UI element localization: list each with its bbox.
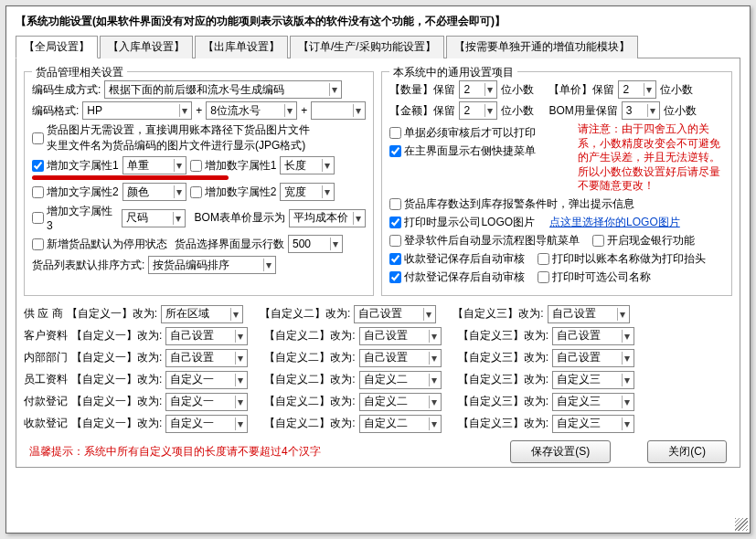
enc-fmt-b[interactable]: 8位流水号▾ [206,101,297,120]
custom-c1-label: 【自定义一】改为: [71,416,162,431]
custom-c3-select[interactable]: 自己设置▾ [552,327,634,345]
bom-price-select[interactable]: 平均成本价▾ [289,209,366,227]
custom-row: 收款登记【自定义一】改为:自定义一▾【自定义二】改为:自定义二▾【自定义三】改为… [24,415,732,433]
custom-c3-select[interactable]: 自己设置▾ [552,349,634,367]
custom-c1-select[interactable]: 所在区域▾ [161,305,243,323]
custom-c3-select[interactable]: 自定义三▾ [552,415,634,433]
list-rows-select[interactable]: 500▾ [288,235,343,253]
custom-c1-label: 【自定义一】改为: [71,372,162,387]
chk-print-company[interactable]: 打印时可选公司名称 [538,270,651,285]
custom-c3-label: 【自定义三】改为: [458,328,548,343]
attr2-select[interactable]: 颜色▾ [122,183,186,201]
custom-c2-label: 【自定义二】改为: [264,372,355,387]
custom-c3-label: 【自定义三】改为: [458,416,548,431]
price-select[interactable]: 2▾ [618,80,656,99]
custom-row: 客户资料【自定义一】改为:自己设置▾【自定义二】改为:自己设置▾【自定义三】改为… [24,327,732,345]
enc-fmt-c[interactable]: ▾ [311,101,366,120]
tab-addon[interactable]: 【按需要单独开通的增值功能模块】 [446,36,638,58]
custom-c2-label: 【自定义二】改为: [264,328,355,343]
footer-hint: 温馨提示：系统中所有自定义项目的长度请不要超过4个汉字 [29,444,321,460]
chk-img-note[interactable]: 货品图片无需设置，直接调用账本路径下货品图片文件 夹里文件名为货品编码的图片文件… [32,122,310,153]
custom-c2-select[interactable]: 自己设置▾ [359,349,442,367]
custom-c2-label: 【自定义二】改为: [264,394,355,409]
attr3-select[interactable]: 尺码▾ [122,209,186,227]
custom-c3-label: 【自定义三】改为: [458,372,548,387]
custom-c1-select[interactable]: 自定义一▾ [165,371,248,389]
custom-c3-select[interactable]: 自己设置▾ [548,305,630,323]
highlight-underline [32,175,229,180]
chk-print-head[interactable]: 打印时以账本名称做为打印抬头 [538,251,706,267]
custom-row: 员工资料【自定义一】改为:自定义一▾【自定义二】改为:自定义二▾【自定义三】改为… [24,371,732,389]
price-label: 【单价】保留 [548,82,614,98]
chk-logo[interactable]: 打印时显示公司LOGO图片 [389,215,535,230]
chk-audit[interactable]: 单据必须审核后才可以打印 [389,125,536,141]
chk-new-stop[interactable]: 新增货品默认为停用状态 [32,237,167,252]
custom-grid: 供 应 商【自定义一】改为:所在区域▾【自定义二】改为:自己设置▾【自定义三】改… [24,305,732,433]
attr1-select[interactable]: 单重▾ [122,156,186,174]
chk-attr1[interactable]: 增加文字属性1 [32,158,119,174]
custom-c2-select[interactable]: 自定义二▾ [359,393,442,411]
chevron-down-icon: ▾ [329,83,339,96]
custom-c1-select[interactable]: 自定义一▾ [165,393,248,411]
custom-row-label: 员工资料 [24,372,68,387]
enc-gen-select[interactable]: 根据下面的前后缀和流水号生成编码▾ [104,80,342,99]
numattr2-select[interactable]: 宽度▾ [280,183,335,201]
custom-row-label: 客户资料 [24,328,68,343]
decimal-warning: 请注意：由于四舍五入的关系，小数精度改变会不可避免的产生误差，并且无法逆转。所以… [578,122,724,194]
custom-row-label: 供 应 商 [24,306,63,322]
chk-numattr1[interactable]: 增加数字属性1 [190,158,277,174]
window-title: 【系统功能设置(如果软件界面没有对应的功能项则表示该版本的软件没有这个功能，不必… [16,14,740,29]
custom-c3-label: 【自定义三】改为: [458,350,548,365]
custom-c1-label: 【自定义一】改为: [71,394,162,409]
custom-c3-label: 【自定义三】改为: [453,306,543,322]
tab-order[interactable]: 【订单/生产/采购功能设置】 [290,36,444,58]
custom-c2-label: 【自定义二】改为: [260,306,350,322]
enc-fmt-label: 编码格式: [32,103,79,119]
sort-select[interactable]: 按货品编码排序▾ [148,256,276,274]
tab-global[interactable]: 【全局设置】 [16,36,98,58]
enc-fmt-a[interactable]: HP▾ [82,101,192,120]
tab-outbound[interactable]: 【出库单设置】 [195,36,288,58]
chk-numattr2[interactable]: 增加数字属性2 [190,185,277,200]
custom-c1-select[interactable]: 自己设置▾ [165,349,248,367]
chk-stock-alert[interactable]: 货品库存数达到库存报警条件时，弹出提示信息 [389,196,634,212]
bomqty-select[interactable]: 3▾ [622,101,660,120]
group-common: 本系统中的通用设置项目 【数量】保留 2▾ 位小数 【单价】保留 2▾ 位小数 … [381,71,732,296]
qty-label: 【数量】保留 [389,82,455,98]
save-button[interactable]: 保存设置(S) [510,440,611,463]
custom-c2-label: 【自定义二】改为: [264,350,355,365]
chk-pay-audit[interactable]: 付款登记保存后自动审核 [389,270,525,285]
chk-attr3[interactable]: 增加文字属性3 [32,204,118,232]
list-rows-label: 货品选择界面显示行数 [175,237,284,252]
group-goods: 货品管理相关设置 编码生成方式: 根据下面的前后缀和流水号生成编码▾ 编码格式:… [24,71,374,296]
custom-c2-select[interactable]: 自己设置▾ [354,305,436,323]
custom-c1-select[interactable]: 自定义一▾ [165,415,248,433]
chk-cash-bank[interactable]: 开启现金银行功能 [592,233,695,248]
amt-select[interactable]: 2▾ [459,101,497,120]
custom-c1-label: 【自定义一】改为: [71,350,162,365]
bom-price-label: BOM表单价显示为 [195,210,285,226]
tab-strip: 【全局设置】 【入库单设置】 【出库单设置】 【订单/生产/采购功能设置】 【按… [16,35,740,58]
resize-grip-icon[interactable] [735,518,748,531]
custom-c2-select[interactable]: 自定义二▾ [359,371,442,389]
custom-row: 付款登记【自定义一】改为:自定义一▾【自定义二】改为:自定义二▾【自定义三】改为… [24,393,732,411]
numattr1-select[interactable]: 长度▾ [280,156,335,174]
chk-shortcut[interactable]: 在主界面显示右侧快捷菜单 [389,143,536,159]
enc-gen-label: 编码生成方式: [32,82,101,98]
amt-label: 【金额】保留 [389,103,455,119]
custom-c2-select[interactable]: 自定义二▾ [359,415,442,433]
custom-c1-select[interactable]: 自己设置▾ [165,327,248,345]
logo-link[interactable]: 点这里选择你的LOGO图片 [549,215,680,230]
custom-c3-select[interactable]: 自定义三▾ [552,393,634,411]
custom-c3-select[interactable]: 自定义三▾ [552,371,634,389]
close-button[interactable]: 关闭(C) [647,440,727,463]
custom-c2-select[interactable]: 自己设置▾ [359,327,442,345]
custom-c2-label: 【自定义二】改为: [264,416,355,431]
chk-attr2[interactable]: 增加文字属性2 [32,185,119,200]
custom-row-label: 收款登记 [24,416,68,431]
settings-window: 【系统功能设置(如果软件界面没有对应的功能项则表示该版本的软件没有这个功能，不必… [5,5,751,534]
qty-select[interactable]: 2▾ [459,80,497,99]
tab-inbound[interactable]: 【入库单设置】 [100,36,193,58]
chk-login-nav[interactable]: 登录软件后自动显示流程图导航菜单 [389,233,580,248]
chk-recv-audit[interactable]: 收款登记保存后自动审核 [389,251,525,267]
